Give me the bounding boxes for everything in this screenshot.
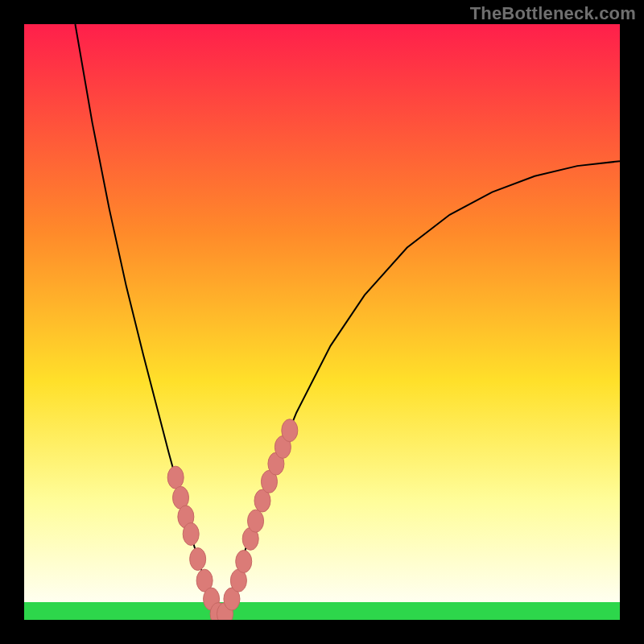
bottleneck-chart [0, 0, 644, 644]
highlight-marker [183, 522, 199, 545]
highlight-marker [248, 510, 264, 532]
highlight-marker [282, 419, 298, 442]
watermark-text: TheBottleneck.com [470, 3, 636, 24]
chart-frame: { "watermark": "TheBottleneck.com", "col… [0, 0, 644, 644]
highlight-marker [190, 548, 206, 571]
highlight-marker [167, 466, 184, 489]
gradient-background [24, 24, 620, 620]
highlight-marker [236, 550, 252, 572]
green-band [24, 602, 620, 620]
